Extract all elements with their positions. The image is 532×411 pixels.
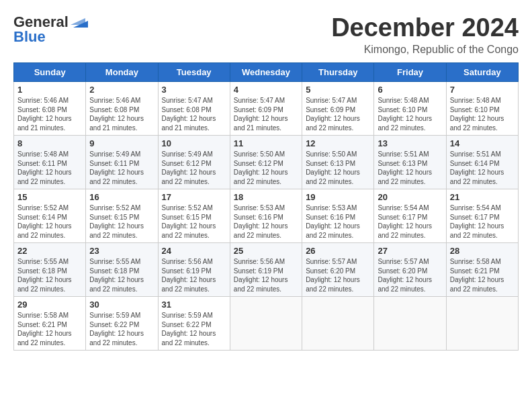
day-info: Sunrise: 5:50 AM Sunset: 6:13 PM Dayligh…	[306, 150, 370, 186]
day-info: Sunrise: 5:48 AM Sunset: 6:11 PM Dayligh…	[17, 150, 82, 186]
calendar-cell: 27Sunrise: 5:57 AM Sunset: 6:20 PM Dayli…	[374, 243, 446, 297]
day-number: 22	[17, 246, 82, 256]
day-info: Sunrise: 5:47 AM Sunset: 6:08 PM Dayligh…	[162, 96, 226, 132]
day-number: 25	[234, 246, 298, 256]
day-info: Sunrise: 5:56 AM Sunset: 6:19 PM Dayligh…	[162, 257, 226, 293]
calendar-cell: 15Sunrise: 5:52 AM Sunset: 6:14 PM Dayli…	[14, 189, 86, 243]
calendar-week-row: 1Sunrise: 5:46 AM Sunset: 6:08 PM Daylig…	[14, 82, 519, 136]
day-info: Sunrise: 5:58 AM Sunset: 6:21 PM Dayligh…	[450, 257, 515, 293]
calendar-cell: 11Sunrise: 5:50 AM Sunset: 6:12 PM Dayli…	[230, 136, 302, 189]
day-info: Sunrise: 5:50 AM Sunset: 6:12 PM Dayligh…	[234, 150, 298, 186]
calendar-week-row: 8Sunrise: 5:48 AM Sunset: 6:11 PM Daylig…	[14, 136, 519, 189]
day-number: 4	[234, 85, 298, 95]
day-number: 21	[450, 192, 515, 202]
day-info: Sunrise: 5:51 AM Sunset: 6:13 PM Dayligh…	[378, 150, 442, 186]
calendar-header-cell: Thursday	[302, 63, 374, 82]
day-number: 3	[162, 85, 226, 95]
calendar-header-cell: Wednesday	[230, 63, 302, 82]
calendar-cell: 30Sunrise: 5:59 AM Sunset: 6:22 PM Dayli…	[86, 297, 158, 351]
calendar-cell: 28Sunrise: 5:58 AM Sunset: 6:21 PM Dayli…	[446, 243, 518, 297]
day-info: Sunrise: 5:58 AM Sunset: 6:21 PM Dayligh…	[17, 311, 82, 347]
calendar-cell: 10Sunrise: 5:49 AM Sunset: 6:12 PM Dayli…	[158, 136, 230, 189]
day-info: Sunrise: 5:48 AM Sunset: 6:10 PM Dayligh…	[450, 96, 515, 132]
day-number: 5	[306, 85, 370, 95]
day-number: 31	[162, 300, 226, 310]
day-info: Sunrise: 5:46 AM Sunset: 6:08 PM Dayligh…	[89, 96, 154, 132]
calendar-cell: 18Sunrise: 5:53 AM Sunset: 6:16 PM Dayli…	[230, 189, 302, 243]
day-number: 8	[17, 138, 82, 148]
month-title: December 2024	[331, 13, 519, 42]
calendar-cell	[374, 297, 446, 351]
day-info: Sunrise: 5:55 AM Sunset: 6:18 PM Dayligh…	[89, 257, 154, 293]
day-number: 26	[306, 246, 370, 256]
calendar-cell: 5Sunrise: 5:47 AM Sunset: 6:09 PM Daylig…	[302, 82, 374, 136]
calendar-cell	[230, 297, 302, 351]
day-info: Sunrise: 5:53 AM Sunset: 6:16 PM Dayligh…	[234, 203, 298, 240]
day-number: 9	[89, 138, 154, 148]
day-info: Sunrise: 5:52 AM Sunset: 6:15 PM Dayligh…	[89, 203, 154, 240]
day-number: 23	[89, 246, 154, 256]
calendar-week-row: 15Sunrise: 5:52 AM Sunset: 6:14 PM Dayli…	[14, 189, 519, 243]
calendar-cell	[446, 297, 518, 351]
day-number: 16	[89, 192, 154, 202]
calendar-cell: 19Sunrise: 5:53 AM Sunset: 6:16 PM Dayli…	[302, 189, 374, 243]
title-area: December 2024 Kimongo, Republic of the C…	[331, 13, 519, 56]
calendar-cell: 20Sunrise: 5:54 AM Sunset: 6:17 PM Dayli…	[374, 189, 446, 243]
day-info: Sunrise: 5:49 AM Sunset: 6:12 PM Dayligh…	[162, 150, 226, 186]
day-info: Sunrise: 5:59 AM Sunset: 6:22 PM Dayligh…	[89, 311, 154, 347]
calendar-header-cell: Sunday	[14, 63, 86, 82]
calendar-cell: 31Sunrise: 5:59 AM Sunset: 6:22 PM Dayli…	[158, 297, 230, 351]
day-number: 18	[234, 192, 298, 202]
day-info: Sunrise: 5:48 AM Sunset: 6:10 PM Dayligh…	[378, 96, 442, 132]
day-info: Sunrise: 5:54 AM Sunset: 6:17 PM Dayligh…	[378, 203, 442, 240]
day-info: Sunrise: 5:57 AM Sunset: 6:20 PM Dayligh…	[378, 257, 442, 293]
day-number: 15	[17, 192, 82, 202]
calendar-cell: 7Sunrise: 5:48 AM Sunset: 6:10 PM Daylig…	[446, 82, 518, 136]
day-number: 30	[89, 300, 154, 310]
day-info: Sunrise: 5:47 AM Sunset: 6:09 PM Dayligh…	[306, 96, 370, 132]
day-info: Sunrise: 5:47 AM Sunset: 6:09 PM Dayligh…	[234, 96, 298, 132]
day-number: 17	[162, 192, 226, 202]
svg-marker-1	[71, 18, 85, 25]
day-number: 11	[234, 138, 298, 148]
day-info: Sunrise: 5:53 AM Sunset: 6:16 PM Dayligh…	[306, 203, 370, 240]
day-number: 19	[306, 192, 370, 202]
day-number: 2	[89, 85, 154, 95]
day-info: Sunrise: 5:54 AM Sunset: 6:17 PM Dayligh…	[450, 203, 515, 240]
calendar-cell: 16Sunrise: 5:52 AM Sunset: 6:15 PM Dayli…	[86, 189, 158, 243]
logo-blue: Blue	[13, 28, 46, 46]
day-info: Sunrise: 5:52 AM Sunset: 6:15 PM Dayligh…	[162, 203, 226, 240]
day-info: Sunrise: 5:57 AM Sunset: 6:20 PM Dayligh…	[306, 257, 370, 293]
calendar-cell: 4Sunrise: 5:47 AM Sunset: 6:09 PM Daylig…	[230, 82, 302, 136]
day-info: Sunrise: 5:52 AM Sunset: 6:14 PM Dayligh…	[17, 203, 82, 240]
day-number: 29	[17, 300, 82, 310]
calendar-header-cell: Friday	[374, 63, 446, 82]
day-info: Sunrise: 5:55 AM Sunset: 6:18 PM Dayligh…	[17, 257, 82, 293]
calendar-table: SundayMondayTuesdayWednesdayThursdayFrid…	[13, 62, 519, 351]
calendar-cell: 12Sunrise: 5:50 AM Sunset: 6:13 PM Dayli…	[302, 136, 374, 189]
day-info: Sunrise: 5:51 AM Sunset: 6:14 PM Dayligh…	[450, 150, 515, 186]
day-number: 28	[450, 246, 515, 256]
calendar-header-cell: Tuesday	[158, 63, 230, 82]
day-number: 13	[378, 138, 442, 148]
calendar-cell: 23Sunrise: 5:55 AM Sunset: 6:18 PM Dayli…	[86, 243, 158, 297]
calendar-cell: 17Sunrise: 5:52 AM Sunset: 6:15 PM Dayli…	[158, 189, 230, 243]
calendar-header-cell: Saturday	[446, 63, 518, 82]
calendar-cell: 1Sunrise: 5:46 AM Sunset: 6:08 PM Daylig…	[14, 82, 86, 136]
day-number: 7	[450, 85, 515, 95]
calendar-header-row: SundayMondayTuesdayWednesdayThursdayFrid…	[14, 63, 519, 82]
calendar-cell: 24Sunrise: 5:56 AM Sunset: 6:19 PM Dayli…	[158, 243, 230, 297]
calendar-week-row: 22Sunrise: 5:55 AM Sunset: 6:18 PM Dayli…	[14, 243, 519, 297]
calendar-cell: 8Sunrise: 5:48 AM Sunset: 6:11 PM Daylig…	[14, 136, 86, 189]
day-info: Sunrise: 5:56 AM Sunset: 6:19 PM Dayligh…	[234, 257, 298, 293]
day-number: 14	[450, 138, 515, 148]
day-number: 27	[378, 246, 442, 256]
calendar-cell: 13Sunrise: 5:51 AM Sunset: 6:13 PM Dayli…	[374, 136, 446, 189]
location-subtitle: Kimongo, Republic of the Congo	[331, 44, 519, 56]
calendar-header-cell: Monday	[86, 63, 158, 82]
day-number: 1	[17, 85, 82, 95]
calendar-cell: 21Sunrise: 5:54 AM Sunset: 6:17 PM Dayli…	[446, 189, 518, 243]
calendar-cell: 3Sunrise: 5:47 AM Sunset: 6:08 PM Daylig…	[158, 82, 230, 136]
day-info: Sunrise: 5:59 AM Sunset: 6:22 PM Dayligh…	[162, 311, 226, 347]
calendar-cell: 6Sunrise: 5:48 AM Sunset: 6:10 PM Daylig…	[374, 82, 446, 136]
